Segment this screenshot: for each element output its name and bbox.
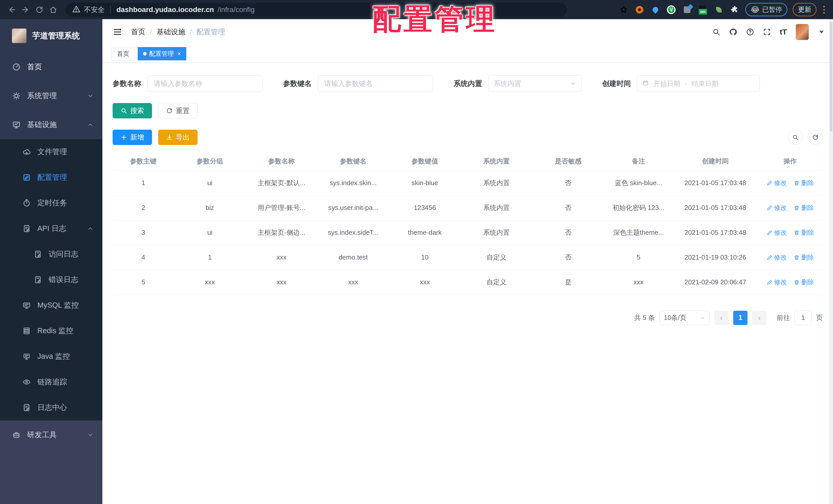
- builtin-select[interactable]: 系统内置: [488, 75, 582, 92]
- sidebar-item-api-log[interactable]: API 日志: [0, 216, 102, 242]
- sidebar-item-dev-tools[interactable]: 研发工具: [0, 420, 102, 449]
- cell-id: 1: [113, 171, 174, 195]
- add-button[interactable]: 新增: [113, 130, 152, 145]
- reload-icon[interactable]: [34, 5, 45, 15]
- paused-emoji-icon: 😂: [751, 5, 760, 14]
- sidebar-item-trace[interactable]: 链路追踪: [0, 369, 102, 395]
- cell-key: sys.index.sideT...: [317, 220, 389, 245]
- active-dot-icon: [143, 52, 147, 55]
- cell-id: 2: [113, 195, 174, 220]
- scrollbar-thumb[interactable]: [830, 22, 832, 132]
- forward-icon[interactable]: [21, 5, 31, 15]
- browser-menu-icon[interactable]: [822, 6, 826, 14]
- table-row: 2 biz 用户管理-账号... sys.user.init-pa... 123…: [113, 195, 823, 220]
- breadcrumb-current: 配置管理: [196, 27, 225, 37]
- breadcrumb-infra[interactable]: 基础设施: [157, 27, 185, 37]
- sidebar-item-system[interactable]: 系统管理: [0, 81, 102, 110]
- export-button[interactable]: 导出: [158, 130, 197, 145]
- table-toolbar-row: 新增 导出: [113, 130, 823, 145]
- sidebar-item-label: 系统管理: [27, 91, 57, 101]
- cell-sensitive: 是: [532, 270, 604, 295]
- sidebar-item-config-manage[interactable]: 配置管理: [0, 165, 102, 190]
- reset-button-label: 重置: [176, 106, 190, 115]
- breadcrumb-home[interactable]: 首页: [131, 27, 145, 37]
- next-page-button[interactable]: ›: [752, 311, 766, 325]
- sidebar-item-error-log[interactable]: 错误日志: [0, 267, 102, 293]
- sidebar-item-mysql-monitor[interactable]: MySQL 监控: [0, 293, 102, 318]
- extensions-puzzle-icon[interactable]: [729, 4, 740, 15]
- page-size-select[interactable]: 10条/页: [660, 311, 710, 325]
- sidebar-item-log-center[interactable]: 日志中心: [0, 395, 102, 420]
- chrome-update-button[interactable]: 更新: [792, 3, 817, 16]
- delete-link[interactable]: 删除: [793, 204, 814, 212]
- sidebar-item-java-monitor[interactable]: Java 监控: [0, 344, 102, 369]
- url-path: /infra/config: [217, 6, 255, 14]
- param-name-input[interactable]: [147, 75, 263, 92]
- cell-name: xxx: [246, 245, 317, 270]
- param-name-label: 参数名称: [113, 79, 141, 89]
- edit-link[interactable]: 修改: [766, 253, 787, 261]
- edit-square-icon: [23, 173, 31, 181]
- font-size-icon[interactable]: tT: [780, 28, 787, 36]
- sidebar-item-label: 研发工具: [27, 430, 57, 440]
- screen: 不安全 dashboard.yudao.iocoder.cn /infra/co…: [0, 0, 833, 504]
- user-avatar[interactable]: [795, 24, 809, 40]
- github-icon[interactable]: [729, 28, 737, 36]
- close-icon[interactable]: ×: [177, 50, 181, 57]
- reset-button[interactable]: 重置: [158, 103, 197, 118]
- extension-leaf-icon[interactable]: [713, 4, 724, 15]
- delete-link[interactable]: 删除: [793, 278, 814, 286]
- tab-config[interactable]: 配置管理 ×: [138, 47, 186, 60]
- extension-pin-icon[interactable]: [650, 4, 661, 15]
- extension-ring-icon[interactable]: [634, 4, 645, 15]
- back-icon[interactable]: [7, 5, 17, 15]
- breadcrumb: 首页 / 基础设施 / 配置管理: [131, 27, 225, 37]
- gear-icon: [12, 92, 21, 100]
- help-icon[interactable]: [746, 28, 754, 36]
- fullscreen-icon[interactable]: [763, 28, 771, 36]
- extension-on-icon[interactable]: on: [698, 4, 708, 15]
- search-icon[interactable]: [712, 28, 720, 36]
- sidebar-item-redis-monitor[interactable]: Redis 监控: [0, 318, 102, 344]
- page-number-1[interactable]: 1: [733, 311, 747, 325]
- delete-link[interactable]: 删除: [793, 228, 814, 237]
- col-header: 系统内置: [461, 152, 532, 171]
- sidebar-item-label: 错误日志: [49, 275, 78, 285]
- param-key-input[interactable]: [318, 75, 433, 92]
- app-logo[interactable]: 芋道管理系统: [0, 19, 102, 52]
- toggle-search-button[interactable]: [788, 130, 803, 145]
- calendar-icon: [642, 79, 649, 88]
- col-header: 是否敏感: [532, 152, 604, 171]
- refresh-table-button[interactable]: [808, 130, 823, 145]
- page-unit-label: 页: [816, 313, 823, 322]
- delete-link[interactable]: 删除: [793, 179, 814, 187]
- menu-fold-icon[interactable]: [113, 27, 122, 37]
- bookmark-star-icon[interactable]: [618, 4, 629, 15]
- edit-link[interactable]: 修改: [766, 278, 787, 286]
- tab-paused-pill[interactable]: 😂 已暂停: [745, 3, 787, 16]
- cell-name: 用户管理-账号...: [246, 195, 317, 220]
- edit-link[interactable]: 修改: [766, 204, 787, 212]
- page-scrollbar[interactable]: [829, 19, 833, 504]
- sidebar-item-infra[interactable]: 基础设施: [0, 110, 102, 139]
- avatar-caret-icon[interactable]: [819, 31, 824, 33]
- sidebar-item-file-manage[interactable]: 文件管理: [0, 139, 102, 165]
- extension-grid-icon[interactable]: [682, 4, 692, 15]
- prev-page-button[interactable]: ‹: [714, 311, 729, 325]
- extension-v-icon[interactable]: V: [666, 4, 676, 15]
- search-button[interactable]: 搜索: [113, 103, 152, 118]
- delete-link[interactable]: 删除: [793, 253, 814, 261]
- edit-link[interactable]: 修改: [766, 228, 787, 237]
- param-key-label: 参数键名: [283, 79, 312, 89]
- builtin-label: 系统内置: [453, 79, 482, 89]
- goto-page-input[interactable]: [794, 311, 811, 325]
- cell-builtin: 系统内置: [461, 195, 532, 220]
- edit-link[interactable]: 修改: [766, 179, 787, 187]
- sidebar-item-home[interactable]: 首页: [0, 52, 102, 81]
- sidebar-item-cron-job[interactable]: 定时任务: [0, 190, 102, 216]
- date-range-picker[interactable]: 开始日期 - 结束日期: [637, 75, 760, 92]
- home-icon[interactable]: [48, 5, 58, 15]
- cell-name: 主框架页-默认...: [246, 171, 317, 195]
- sidebar-item-access-log[interactable]: 访问日志: [0, 242, 102, 267]
- tab-home[interactable]: 首页: [112, 47, 135, 60]
